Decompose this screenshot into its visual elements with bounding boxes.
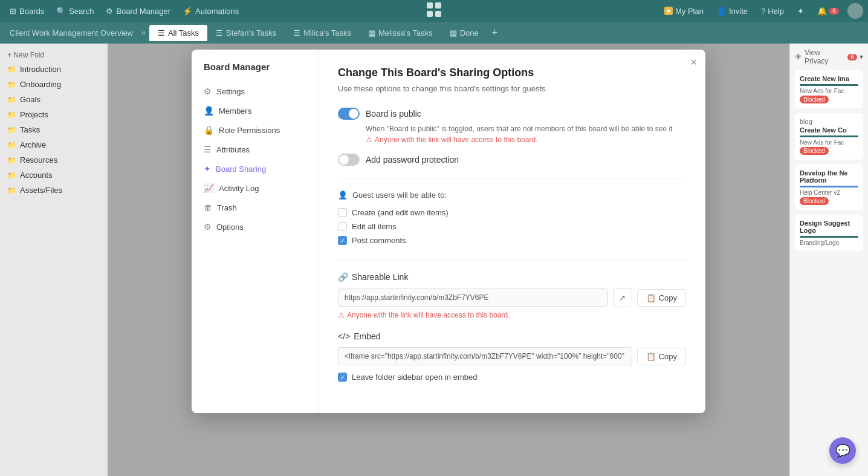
sidebar-item-onboarding[interactable]: 📁 Onboarding	[0, 77, 108, 92]
modal-nav-board-sharing[interactable]: ✦ Board Sharing	[192, 159, 318, 178]
tab-stefan-tasks[interactable]: ☰ Stefan's Tasks	[207, 25, 285, 41]
modal-nav-settings[interactable]: ⚙ Settings	[192, 82, 318, 101]
tab-icon: ☰	[216, 28, 223, 37]
nav-search[interactable]: 🔍 Search	[51, 4, 99, 18]
modal-nav-activity-log[interactable]: 📈 Activity Log	[192, 178, 318, 198]
sidebar: + New Fold 📁 Introduction 📁 Onboarding 📁…	[0, 44, 108, 476]
notifications-btn[interactable]: 🔔 6	[812, 5, 844, 18]
sidebar-item-introduction[interactable]: 📁 Introduction	[0, 62, 108, 77]
breadcrumb: Client Work Management Overview	[5, 28, 138, 37]
checkbox-edit-all: Edit all items	[338, 220, 686, 233]
sidebar-item-tasks[interactable]: 📁 Tasks	[0, 122, 108, 137]
tab-melissa-tasks[interactable]: ▦ Melissa's Tasks	[360, 25, 441, 41]
tab-icon: ▦	[368, 28, 375, 37]
modal-nav-attributes[interactable]: ☰ Attributes	[192, 140, 318, 159]
options-icon: ⚙	[204, 222, 212, 232]
right-panel-card-2: blog Create New Co New Ads for Fac Block…	[795, 113, 863, 160]
help-icon: ?	[761, 7, 765, 16]
chevron-down-icon[interactable]: ▾	[860, 53, 863, 61]
help-btn[interactable]: ? Help	[756, 5, 789, 18]
modal-nav-options[interactable]: ⚙ Options	[192, 217, 318, 236]
tab-milica-tasks[interactable]: ☰ Milica's Tasks	[285, 25, 360, 41]
right-panel-card-4: Design Suggest Logo Branding/Logo	[795, 215, 863, 251]
checkbox-post-comments-input[interactable]	[338, 236, 347, 245]
embed-code-input[interactable]	[338, 347, 632, 365]
tab-all-tasks[interactable]: ☰ All Tasks	[149, 25, 207, 41]
guest-icon: 👤	[338, 191, 348, 200]
folder-icon: 📁	[7, 186, 16, 195]
nav-boards[interactable]: ⊞ Boards	[5, 4, 49, 18]
plan-icon: ★	[664, 7, 673, 15]
progress-bar-2	[800, 135, 858, 137]
my-plan-btn[interactable]: ★ My Plan	[659, 5, 708, 18]
right-panel-header: 👁 View Privacy 6 ▾	[795, 48, 863, 65]
sidebar-item-resources[interactable]: 📁 Resources	[0, 152, 108, 168]
user-avatar[interactable]	[847, 3, 863, 19]
tab-bar: Client Work Management Overview « ☰ All …	[0, 22, 868, 44]
theme-icon: ✦	[797, 7, 804, 16]
shareable-link-input[interactable]	[338, 289, 608, 307]
modal-overlay: Board Manager ⚙ Settings 👤 Members 🔒 Rol…	[108, 44, 789, 476]
checkbox-edit-all-input[interactable]	[338, 222, 347, 231]
progress-bar-4	[800, 236, 858, 238]
guest-permissions-section: 👤 Guest users will be able to: Create (a…	[338, 191, 686, 247]
members-icon: 👤	[204, 106, 214, 116]
folder-icon: 📁	[7, 156, 16, 165]
modal-sidebar: Board Manager ⚙ Settings 👤 Members 🔒 Rol…	[192, 50, 319, 413]
shareable-link-section: 🔗 Shareable Link ↗ 📋 Copy	[338, 272, 686, 319]
copy-embed-icon: 📋	[646, 352, 656, 361]
right-panel-card-1: Create New Ima New Ads for Fac Blocked	[795, 70, 863, 108]
embed-header: </> Embed	[338, 331, 686, 341]
folder-icon: 📁	[7, 111, 16, 119]
embed-icon: </>	[338, 331, 350, 341]
modal-nav-role-permissions[interactable]: 🔒 Role Permissions	[192, 120, 318, 140]
tab-icon: ▦	[450, 28, 457, 37]
nav-automations[interactable]: ⚡ Automations	[178, 4, 244, 18]
external-link-icon: ↗	[619, 293, 626, 302]
modal-close-btn[interactable]: ×	[690, 57, 697, 68]
public-toggle[interactable]	[338, 108, 360, 120]
modal-nav-members[interactable]: 👤 Members	[192, 101, 318, 120]
shareable-link-header: 🔗 Shareable Link	[338, 272, 686, 282]
checkbox-post-comments: Post comments	[338, 233, 686, 247]
link-icon: 🔗	[338, 272, 348, 282]
modal-nav-trash[interactable]: 🗑 Trash	[192, 198, 318, 217]
password-toggle-knob	[339, 155, 349, 165]
password-toggle[interactable]	[338, 154, 360, 166]
shareable-link-warning: ⚠ Anyone with the link will have access …	[338, 311, 686, 319]
tab-done[interactable]: ▦ Done	[441, 25, 487, 41]
add-tab-btn[interactable]: +	[487, 25, 502, 41]
sidebar-item-accounts[interactable]: 📁 Accounts	[0, 168, 108, 183]
folder-icon: 📁	[7, 171, 16, 180]
sidebar-item-goals[interactable]: 📁 Goals	[0, 92, 108, 107]
warning-icon: ⚠	[366, 135, 372, 144]
shareable-link-row: ↗ 📋 Copy	[338, 288, 686, 307]
progress-bar-1	[800, 84, 858, 86]
sidebar-item-projects[interactable]: 📁 Projects	[0, 107, 108, 122]
open-link-btn[interactable]: ↗	[613, 288, 632, 307]
collapse-sidebar-btn[interactable]: «	[138, 26, 149, 39]
tab-icon: ☰	[293, 28, 300, 37]
sidebar-item-assets[interactable]: 📁 Assets/Files	[0, 183, 108, 198]
copy-embed-btn[interactable]: 📋 Copy	[637, 348, 686, 365]
right-panel: 👁 View Privacy 6 ▾ Create New Ima New Ad…	[789, 44, 868, 476]
folder-icon: 📁	[7, 126, 16, 134]
modal-main-content: × Change This Board's Sharing Options Us…	[319, 50, 705, 413]
embed-section: </> Embed 📋 Copy Leave fold	[338, 331, 686, 384]
chat-bubble-btn[interactable]: 💬	[829, 437, 856, 464]
settings-icon: ⚙	[204, 86, 212, 96]
toggle-knob	[349, 109, 358, 119]
nav-board-manager[interactable]: ⚙ Board Manager	[101, 4, 175, 18]
svg-rect-3	[435, 11, 441, 17]
embed-row: 📋 Copy	[338, 347, 686, 365]
checkbox-create-input[interactable]	[338, 208, 347, 217]
sidebar-item-archive[interactable]: 📁 Archive	[0, 137, 108, 152]
activity-icon: 📈	[204, 183, 214, 193]
copy-link-btn[interactable]: 📋 Copy	[637, 289, 686, 307]
top-nav-right: ★ My Plan 👤 Invite ? Help ✦ 🔔 6	[659, 3, 863, 19]
theme-btn[interactable]: ✦	[792, 5, 809, 18]
leave-sidebar-checkbox[interactable]	[338, 373, 347, 382]
invite-btn[interactable]: 👤 Invite	[712, 5, 753, 18]
divider-1	[338, 178, 686, 178]
new-folder-btn[interactable]: + New Fold	[0, 48, 108, 62]
